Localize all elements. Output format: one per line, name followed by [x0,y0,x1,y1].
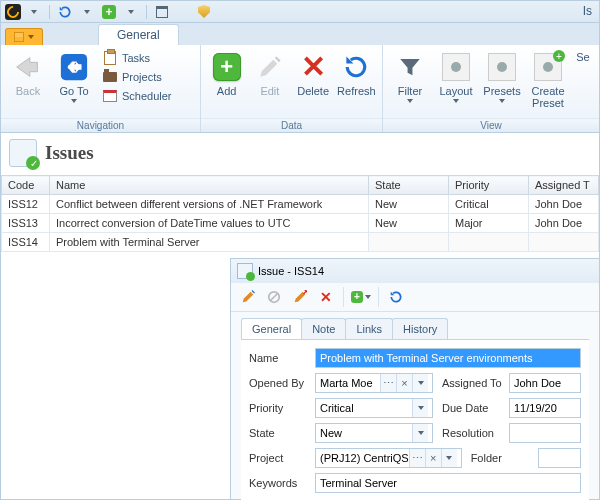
refresh-icon [340,51,372,83]
settings-button[interactable]: Se [573,47,593,118]
name-field[interactable]: Problem with Terminal Server environment… [315,348,581,368]
projects-icon [103,72,117,82]
opened-by-field[interactable]: Marta Moe⋯× [315,373,433,393]
tool-cancel[interactable] [263,287,285,307]
goto-button[interactable]: Go To [53,47,95,118]
due-date-label: Due Date [437,402,505,414]
layout-button[interactable]: Layout [435,47,477,118]
col-state[interactable]: State [369,176,449,195]
folder-field[interactable] [538,448,581,468]
detail-title: Issue - ISS14 [258,265,324,277]
detail-tab-note[interactable]: Note [301,318,346,339]
tab-general[interactable]: General [98,24,179,45]
svg-text:✕: ✕ [302,290,307,297]
group-view-label: View [383,118,599,132]
issue-icon [237,263,253,279]
issue-detail-panel: Issue - ISS14 ✕ ✕ + General Note Links H… [230,258,599,499]
back-arrow-icon [12,51,44,83]
refresh-button[interactable]: Refresh [337,47,376,118]
detail-tab-general[interactable]: General [241,318,302,339]
qat-dropdown[interactable] [25,4,43,20]
priority-field[interactable]: Critical [315,398,433,418]
assigned-to-field[interactable]: John Doe [509,373,581,393]
qat-dropdown-3[interactable] [122,4,140,20]
resolution-label: Resolution [437,427,505,439]
x-icon: ✕ [297,51,329,83]
project-field[interactable]: (PRJ12) CentriQS⋯× [315,448,462,468]
table-row[interactable]: ISS13Incorrect conversion of DateTime va… [2,214,599,233]
tasks-icon [104,51,116,65]
file-tab[interactable] [5,28,43,45]
qat-refresh-icon[interactable] [56,4,74,20]
app-title: Is [583,4,592,18]
goto-icon [58,51,90,83]
tool-edit-x[interactable]: ✕ [289,287,311,307]
page-title: Issues [45,142,94,164]
back-button: Back [7,47,49,118]
create-preset-button[interactable]: +CreatePreset [527,47,569,118]
tool-add[interactable]: + [350,287,372,307]
folder-label: Folder [466,452,534,464]
presets-button[interactable]: Presets [481,47,523,118]
due-date-field[interactable]: 11/19/20 [509,398,581,418]
name-label: Name [249,352,311,364]
col-name[interactable]: Name [50,176,369,195]
keywords-label: Keywords [249,477,311,489]
nav-scheduler[interactable]: Scheduler [99,87,175,105]
table-row[interactable]: ISS12Conflict between different versions… [2,195,599,214]
qat-add-icon[interactable]: + [100,4,118,20]
detail-tab-links[interactable]: Links [345,318,393,339]
qat-shield-icon[interactable] [195,4,213,20]
keywords-field[interactable]: Terminal Server [315,473,581,493]
group-data-label: Data [201,118,382,132]
add-button[interactable]: +Add [207,47,246,118]
gear-plus-icon: + [534,53,562,81]
state-field[interactable]: New [315,423,433,443]
gear-icon [442,53,470,81]
issues-page-icon [9,139,37,167]
opened-by-label: Opened By [249,377,311,389]
pencil-icon [254,51,286,83]
state-label: State [249,427,311,439]
issues-table[interactable]: Code Name State Priority Assigned T ISS1… [1,175,599,252]
qat-dropdown-2[interactable] [78,4,96,20]
priority-label: Priority [249,402,311,414]
nav-projects[interactable]: Projects [99,68,175,86]
assigned-to-label: Assigned To [437,377,505,389]
tool-delete[interactable]: ✕ [315,287,337,307]
tool-edit[interactable] [237,287,259,307]
nav-tasks[interactable]: Tasks [99,49,175,67]
qat-save-icon[interactable] [153,4,171,20]
filter-button[interactable]: Filter [389,47,431,118]
resolution-field[interactable] [509,423,581,443]
project-label: Project [249,452,311,464]
col-priority[interactable]: Priority [449,176,529,195]
funnel-icon [394,51,426,83]
plus-icon: + [213,53,241,81]
edit-button: Edit [250,47,289,118]
detail-tab-history[interactable]: History [392,318,448,339]
col-assigned[interactable]: Assigned T [529,176,599,195]
app-logo[interactable] [5,4,21,20]
tool-refresh[interactable] [385,287,407,307]
gear-icon [488,53,516,81]
svg-line-2 [271,294,278,301]
table-row[interactable]: ISS14Problem with Terminal Server [2,233,599,252]
group-navigation-label: Navigation [1,118,200,132]
col-code[interactable]: Code [2,176,50,195]
delete-button[interactable]: ✕Delete [294,47,333,118]
scheduler-icon [103,90,117,102]
